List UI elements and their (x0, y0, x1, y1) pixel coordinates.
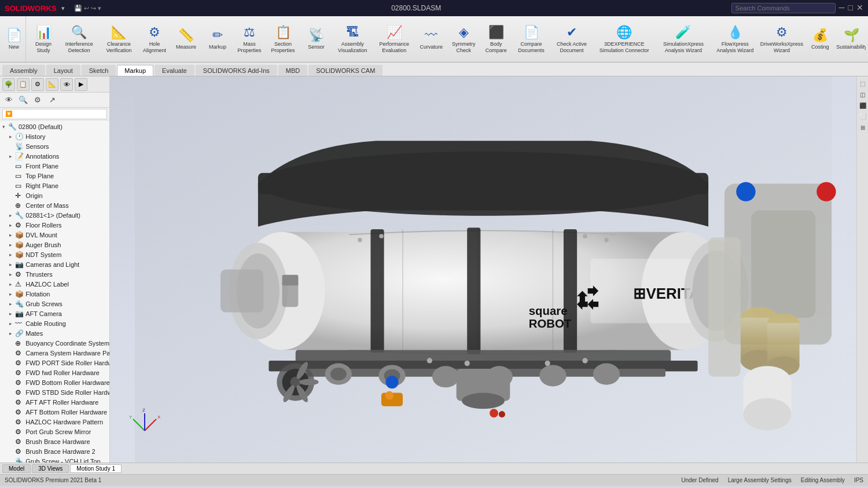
tree-filter-input[interactable] (2, 109, 107, 119)
search-input[interactable] (731, 3, 836, 13)
dim-xpert-btn[interactable]: 📐 (46, 78, 58, 91)
tree-root[interactable]: ▾ 🔧 02800 (Default) (0, 122, 109, 131)
tree-item-31[interactable]: ⚙Brush Brace Hardware (0, 436, 109, 446)
bottom-tab-3d-views[interactable]: 3D Views (32, 464, 69, 473)
tree-item-8[interactable]: ▸🔧02881<1> (Default) (0, 210, 109, 220)
minimize-btn[interactable]: ─ (839, 3, 845, 13)
svg-text:ROBOT: ROBOT (529, 317, 572, 330)
ribbon-btn-5[interactable]: ✏Markup (204, 25, 231, 53)
tab-solidworks-cam[interactable]: SOLIDWORKS CAM (308, 65, 382, 76)
ribbon-btn-13[interactable]: ⬛Body Compare (482, 23, 510, 56)
tree-item-19[interactable]: ▸〰Cable Routing (0, 318, 109, 328)
zoom-btn[interactable]: 🔍 (17, 94, 30, 107)
tree-item-16[interactable]: ▸📦Flotation (0, 289, 109, 299)
ribbon-btn-8[interactable]: 📡Sensor (303, 25, 330, 53)
ribbon-btn-4[interactable]: 📏Measure (172, 25, 200, 53)
config-mgr-btn[interactable]: ⚙ (31, 78, 44, 91)
tree-item-9[interactable]: ▸⚙Floor Rollers (0, 220, 109, 230)
ribbon-btn-1[interactable]: 🔍Interference Detection (61, 23, 97, 56)
tree-item-4[interactable]: ▭Top Plane (0, 171, 109, 181)
tab-layout[interactable]: Layout (46, 65, 80, 76)
tree-item-6[interactable]: ✛Origin (0, 190, 109, 200)
tree-item-18[interactable]: ▸📷AFT Camera (0, 309, 109, 318)
bottom-tab-model[interactable]: Model (2, 464, 31, 473)
tree-item-28[interactable]: ⚙AFT Bottom Roller Hardware HD (0, 407, 109, 417)
select-btn[interactable]: ↗ (46, 94, 58, 107)
rp-btn-1[interactable]: ⬚ (858, 79, 867, 88)
ribbon-btn-0[interactable]: 📊Design Study (30, 23, 57, 56)
tree-item-11[interactable]: ▸📦Auger Brush (0, 240, 109, 249)
rp-btn-4[interactable]: ⬜ (858, 112, 867, 121)
tree-item-7[interactable]: ⊕Center of Mass (0, 200, 109, 210)
tree-item-24[interactable]: ⚙FWD fwd Roller Hardware (0, 368, 109, 377)
tree-item-13[interactable]: ▸📷Cameras and Light (0, 259, 109, 269)
tree-icon-24: ⚙ (15, 369, 24, 377)
tree-item-27[interactable]: ⚙AFT AFT Roller Hardware (0, 397, 109, 407)
tree-item-21[interactable]: ⊕Buoyancy Coordinate System +X (0, 338, 109, 348)
svg-rect-7 (370, 229, 384, 353)
ribbon-btn-7[interactable]: 📋Section Properties (267, 23, 299, 56)
svg-point-41 (299, 379, 318, 385)
tree-item-25[interactable]: ⚙FWD Bottom Roller Hardware (0, 377, 109, 387)
svg-rect-32 (220, 270, 263, 313)
tab-sketch[interactable]: Sketch (82, 65, 116, 76)
tree-item-33[interactable]: 🔩Grub Screw - VCH Lid Top (0, 456, 109, 463)
ribbon-btn-21[interactable]: 🌱Sustainability (838, 25, 866, 53)
feature-mgr-btn[interactable]: 🌳 (2, 78, 15, 91)
ribbon-btn-17[interactable]: 🧪SimulationXpress Analysis Wizard (657, 23, 709, 56)
tree-item-5[interactable]: ▭Right Plane (0, 181, 109, 190)
tree-item-10[interactable]: ▸📦DVL Mount (0, 230, 109, 240)
maximize-btn[interactable]: □ (848, 3, 853, 13)
ribbon-btn-10[interactable]: 📈Performance Evaluation (375, 23, 414, 56)
tree-item-26[interactable]: ⚙FWD STBD Side Roller Hardware (0, 387, 109, 397)
tree-item-22[interactable]: ⚙Camera System Hardware Pattern (0, 348, 109, 358)
tree-item-20[interactable]: ▸🔗Mates (0, 328, 109, 338)
bottom-tab-motion-study-1[interactable]: Motion Study 1 (70, 464, 122, 473)
ribbon-btn-9[interactable]: 🏗Assembly Visualization (334, 23, 371, 56)
tree-icon-1: 📡 (15, 142, 24, 151)
tree-item-14[interactable]: ▸⚙Thrusters (0, 269, 109, 279)
tab-assembly[interactable]: Assembly (2, 65, 45, 76)
ribbon-btn-16[interactable]: 🌐3DEXPERIENCE Simulation Connector (595, 23, 654, 56)
tab-evaluate[interactable]: Evaluate (155, 65, 194, 76)
filter-btn[interactable]: ⚙ (31, 94, 44, 107)
menu-arrow[interactable]: ▾ (61, 5, 65, 12)
ribbon-btn-12[interactable]: ◈Symmetry Check (449, 23, 479, 56)
tree-item-3[interactable]: ▭Front Plane (0, 161, 109, 171)
svg-text:square: square (529, 304, 568, 317)
tree-item-30[interactable]: ⚙Port Grub Screw Mirror (0, 427, 109, 436)
tree-item-1[interactable]: 📡Sensors (0, 141, 109, 151)
property-mgr-btn[interactable]: 📋 (17, 78, 30, 91)
display-mgr-btn[interactable]: 👁 (60, 78, 73, 91)
ribbon-btn-11[interactable]: 〰Curvature (417, 25, 445, 53)
tree-item-23[interactable]: ⚙FWD PORT Side Roller Hardware (0, 358, 109, 368)
rp-btn-3[interactable]: ⬛ (858, 101, 867, 110)
tree-item-0[interactable]: ▸🕐History (0, 131, 109, 141)
ribbon-btn-20[interactable]: 💰Costing (806, 25, 834, 53)
tree-arrow-15: ▸ (9, 281, 15, 287)
hide-bodies-btn[interactable]: 👁 (2, 94, 15, 107)
ribbon-btn-15[interactable]: ✔Check Active Document (553, 23, 591, 56)
tab-markup[interactable]: Markup (117, 65, 153, 76)
rp-btn-2[interactable]: ◫ (858, 90, 867, 99)
ribbon-btn-3[interactable]: ⚙Hole Alignment (141, 23, 168, 56)
tree-label-18: AFT Camera (25, 310, 62, 317)
panel-fwd-btn[interactable]: ▶ (75, 78, 87, 91)
tree-item-29[interactable]: ⚙HAZLOC Hardware Pattern (0, 417, 109, 427)
tab-solidworks-add-ins[interactable]: SOLIDWORKS Add-Ins (196, 65, 277, 76)
ribbon-btn-14[interactable]: 📄Compare Documents (514, 23, 549, 56)
ribbon-btn-2[interactable]: 📐Clearance Verification (101, 23, 137, 56)
ribbon-btn-18[interactable]: 💧FlowXpress Analysis Wizard (713, 23, 757, 56)
viewport[interactable]: 🔍 ⊡ ⊞ ✋ ↻ ⧈ ⬚ ◑ 👁 🎨 ⚙ (110, 76, 856, 463)
close-btn[interactable]: ✕ (856, 3, 863, 13)
tab-mbd[interactable]: MBD (278, 65, 307, 76)
tree-item-15[interactable]: ▸⚠HAZLOC Label (0, 279, 109, 289)
tree-item-12[interactable]: ▸📦NDT System (0, 249, 109, 259)
tree-item-32[interactable]: ⚙Brush Brace Hardware 2 (0, 446, 109, 456)
tree-item-17[interactable]: ▸🔩Grub Screws (0, 299, 109, 309)
ribbon-btn-19[interactable]: ⚙DriveWorksXpress Wizard (761, 23, 803, 56)
new-btn[interactable]: 📄 New (3, 27, 24, 52)
ribbon-btn-6[interactable]: ⚖Mass Properties (236, 23, 264, 56)
rp-btn-5[interactable]: ⊞ (858, 123, 867, 132)
tree-item-2[interactable]: ▸📝Annotations (0, 151, 109, 161)
